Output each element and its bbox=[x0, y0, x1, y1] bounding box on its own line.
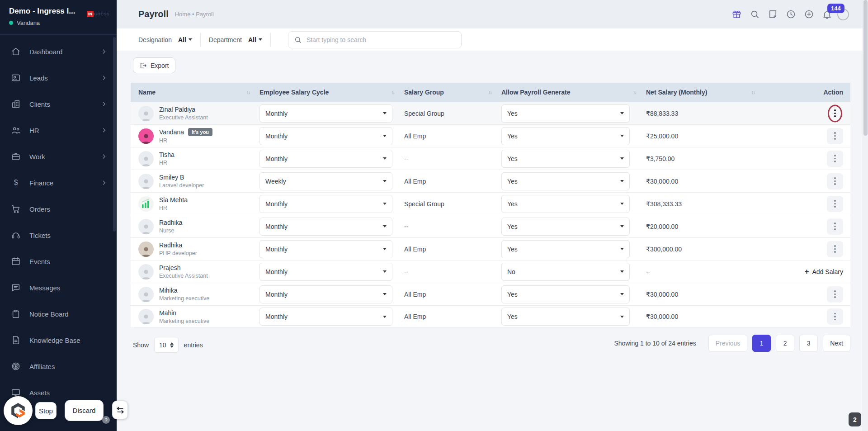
salary-cycle-select[interactable]: Monthly bbox=[259, 263, 392, 281]
allow-payroll-select[interactable]: Yes bbox=[501, 285, 630, 303]
people-icon bbox=[11, 125, 21, 135]
sidebar-item-events[interactable]: Events bbox=[0, 248, 117, 275]
sidebar-item-label: Finance bbox=[29, 179, 53, 187]
salary-cycle-select[interactable]: Monthly bbox=[259, 308, 392, 326]
page-size-select[interactable]: 10 bbox=[154, 337, 179, 353]
chevron-down-icon bbox=[383, 135, 387, 137]
salary-cycle-select[interactable]: Monthly bbox=[259, 150, 392, 168]
export-button[interactable]: Export bbox=[133, 57, 175, 73]
salary-cycle-select[interactable]: Monthly bbox=[259, 285, 392, 303]
allow-payroll-select[interactable]: Yes bbox=[501, 218, 630, 236]
notification-badge[interactable]: 144 bbox=[827, 4, 844, 13]
avatar bbox=[138, 242, 154, 257]
salary-cycle-select[interactable]: Monthly bbox=[259, 195, 392, 213]
add-salary-button[interactable]: +Add Salary bbox=[805, 268, 843, 275]
allow-payroll-value: Yes bbox=[507, 155, 518, 162]
allow-payroll-select[interactable]: Yes bbox=[501, 195, 630, 213]
allow-payroll-select[interactable]: Yes bbox=[501, 104, 630, 123]
page-button-2[interactable]: 2 bbox=[776, 335, 794, 352]
sidebar-item-leads[interactable]: Leads bbox=[0, 65, 117, 91]
allow-payroll-select[interactable]: Yes bbox=[501, 127, 630, 145]
sidebar-item-hr[interactable]: HR bbox=[0, 117, 117, 143]
table-row: Smiley BLaravel developerWeeklyAll EmpYe… bbox=[131, 170, 850, 192]
row-actions-menu-icon[interactable] bbox=[827, 218, 843, 235]
salary-cycle-select[interactable]: Monthly bbox=[259, 218, 392, 236]
column-header-group[interactable]: Salary Group bbox=[404, 89, 444, 96]
net-salary-value: ₹88,833.33 bbox=[646, 110, 678, 117]
row-actions-menu-icon[interactable] bbox=[827, 286, 843, 303]
net-salary-value: ₹30,000.00 bbox=[646, 178, 678, 185]
row-actions-menu-icon[interactable] bbox=[827, 128, 843, 144]
sidebar-item-notice-board[interactable]: Notice Board bbox=[0, 301, 117, 327]
allow-payroll-select[interactable]: Yes bbox=[501, 308, 630, 326]
sidebar-item-tickets[interactable]: Tickets bbox=[0, 222, 117, 248]
previous-page-button[interactable]: Previous bbox=[708, 335, 747, 352]
column-header-salary[interactable]: Net Salary (Monthly) bbox=[646, 89, 707, 96]
sort-icon[interactable]: ↑↓ bbox=[246, 90, 250, 95]
stepper-icon bbox=[170, 342, 174, 348]
sidebar-item-orders[interactable]: Orders bbox=[0, 196, 117, 222]
chevron-down-icon bbox=[620, 203, 624, 205]
allow-payroll-value: Yes bbox=[507, 133, 518, 140]
avatar bbox=[138, 151, 154, 166]
allow-payroll-select[interactable]: No bbox=[501, 263, 630, 281]
calendar-icon bbox=[11, 256, 21, 266]
salary-cycle-select[interactable]: Monthly bbox=[259, 127, 392, 145]
row-actions-menu-icon[interactable] bbox=[827, 196, 843, 212]
allow-payroll-select[interactable]: Yes bbox=[501, 150, 630, 168]
sidebar-item-work[interactable]: Work bbox=[0, 143, 117, 170]
sort-icon[interactable]: ↑↓ bbox=[488, 90, 491, 95]
allow-payroll-select[interactable]: Yes bbox=[501, 172, 630, 190]
bell-icon[interactable]: 144 bbox=[822, 9, 832, 19]
sidebar-item-affiliates[interactable]: Affiliates bbox=[0, 353, 117, 379]
column-header-cycle[interactable]: Employee Salary Cycle bbox=[259, 89, 329, 96]
page-size-control: Show 10 entries bbox=[133, 337, 203, 353]
corner-count-badge[interactable]: 2 bbox=[849, 412, 861, 426]
sort-icon[interactable]: ↑↓ bbox=[633, 90, 636, 95]
sidebar-item-label: Messages bbox=[29, 284, 60, 292]
leads-icon bbox=[11, 73, 21, 83]
chevron-down-icon bbox=[383, 248, 387, 250]
sort-icon[interactable]: ↑↓ bbox=[751, 90, 755, 95]
chevron-down-icon bbox=[189, 38, 192, 41]
help-icon[interactable]: ? bbox=[102, 416, 110, 424]
salary-cycle-select[interactable]: Monthly bbox=[259, 104, 392, 123]
page-button-3[interactable]: 3 bbox=[799, 335, 818, 352]
note-icon[interactable] bbox=[768, 9, 778, 19]
salary-cycle-select[interactable]: Weekly bbox=[259, 172, 392, 190]
sidebar-item-finance[interactable]: $Finance bbox=[0, 170, 117, 196]
sidebar-item-dashboard[interactable]: Dashboard bbox=[0, 38, 117, 65]
search-icon[interactable] bbox=[750, 9, 760, 19]
net-salary-value: ₹20,000.00 bbox=[646, 223, 678, 230]
avatar bbox=[138, 287, 154, 302]
discard-button[interactable]: Discard bbox=[65, 400, 104, 421]
salary-cycle-select[interactable]: Monthly bbox=[259, 240, 392, 258]
row-actions-menu-icon[interactable] bbox=[827, 151, 843, 167]
column-header-name[interactable]: Name bbox=[138, 89, 156, 96]
row-actions-menu-icon[interactable] bbox=[827, 105, 843, 122]
search-input[interactable] bbox=[307, 36, 456, 43]
sort-icon[interactable]: ↑↓ bbox=[391, 90, 394, 95]
column-header-allow[interactable]: Allow Payroll Generate bbox=[501, 89, 571, 96]
sidebar-item-knowledge-base[interactable]: Knowledge Base bbox=[0, 327, 117, 353]
allow-payroll-select[interactable]: Yes bbox=[501, 240, 630, 258]
sidebar-item-clients[interactable]: Clients bbox=[0, 91, 117, 117]
row-actions-menu-icon[interactable] bbox=[827, 308, 843, 325]
row-actions-menu-icon[interactable] bbox=[827, 173, 843, 189]
sidebar-scrollbar[interactable] bbox=[113, 37, 116, 232]
designation-dropdown[interactable]: All bbox=[178, 36, 192, 43]
gift-icon[interactable] bbox=[731, 9, 742, 19]
page-scrollbar[interactable] bbox=[863, 0, 868, 431]
clock-icon[interactable] bbox=[786, 9, 796, 19]
row-actions-menu-icon[interactable] bbox=[827, 241, 843, 257]
sidebar-item-messages[interactable]: Messages bbox=[0, 275, 117, 301]
employee-name: Smiley B bbox=[159, 174, 184, 181]
page-button-1[interactable]: 1 bbox=[752, 335, 771, 352]
recorder-logo[interactable] bbox=[4, 396, 33, 425]
next-page-button[interactable]: Next bbox=[823, 335, 850, 352]
plus-circle-icon[interactable] bbox=[804, 9, 814, 19]
scrollbar-thumb[interactable] bbox=[863, 0, 868, 136]
stop-button[interactable]: Stop bbox=[35, 402, 57, 419]
department-dropdown[interactable]: All bbox=[248, 36, 262, 43]
swap-button[interactable] bbox=[112, 401, 128, 419]
